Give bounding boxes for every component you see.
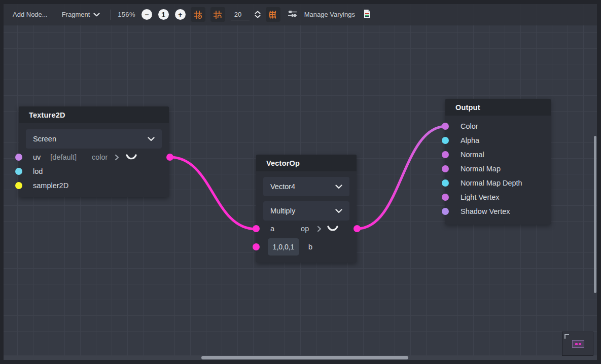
toolbar-separator [110,10,111,20]
port-row-uv: uv [default] color [19,152,169,163]
output-port-op[interactable] [353,225,361,232]
minimap-wire-mark [575,343,578,345]
operation-select[interactable]: Multiply [263,201,349,221]
port-row-light-vertex: Light Vertex [445,192,551,203]
zoom-out-button[interactable]: − [142,9,152,20]
uv-channel-label[interactable]: color [92,153,108,161]
uv-default-tag: [default] [50,153,77,161]
port-label-sampler2d: sampler2D [33,181,68,190]
node-texture2d-header[interactable]: Texture2D [19,106,169,123]
input-port-b[interactable] [253,243,260,250]
texture-source-select[interactable]: Screen [26,129,162,149]
vertical-scrollbar-thumb[interactable] [594,136,596,293]
wire-texture2d-to-vectorop[interactable] [170,157,256,229]
port-label-light-vertex: Light Vertex [461,193,500,201]
chevron-down-icon [255,15,261,18]
input-port-alpha[interactable] [442,137,449,144]
chevron-down-icon [335,209,342,213]
b-value-input[interactable]: 1,0,0,1 [268,238,299,256]
expand-swizzle-icon[interactable] [327,226,339,232]
port-label-uv: uv [33,153,41,161]
chevron-down-icon [93,13,100,17]
node-texture2d[interactable]: Texture2D Screen uv [default] color lod … [19,106,169,197]
zoom-reset-button[interactable]: 1 [158,9,169,20]
minimap[interactable] [562,332,593,356]
horizontal-scrollbar-track[interactable] [4,355,597,360]
input-port-sampler2d[interactable] [15,182,22,189]
manage-varyings-button[interactable]: Manage Varyings [304,11,355,18]
input-port-shadow-vertex[interactable] [442,208,449,215]
port-row-normal-map: Normal Map [445,163,551,174]
document-with-code-icon [363,9,371,19]
zoom-level-label: 156% [118,11,135,18]
input-port-a[interactable] [253,225,260,232]
mesh-preview-toggle[interactable] [266,7,280,22]
texture-source-value: Screen [33,135,56,143]
op-output-label: op [301,225,309,233]
chevron-down-icon [148,137,155,141]
grid-size-stepper[interactable] [255,11,261,18]
vector-type-select[interactable]: Vector4 [263,177,349,196]
shader-graph-window: Add Node... Fragment 156% − 1 + [0,0,601,364]
port-label-a: a [270,225,274,233]
zoom-in-button[interactable]: + [175,9,186,20]
port-row-b: 1,0,0,1 b [256,238,357,256]
input-port-lod[interactable] [15,168,22,175]
port-row-normal: Normal [445,149,551,160]
node-title: Texture2D [29,111,65,119]
port-label-normal-map-depth: Normal Map Depth [461,179,522,187]
operation-value: Multiply [270,207,295,215]
chevron-up-icon [255,11,261,14]
input-port-normal[interactable] [442,151,449,158]
port-row-alpha: Alpha [445,135,551,146]
shader-file-icon[interactable] [363,9,371,20]
port-label-normal-map: Normal Map [461,165,501,173]
port-row-shadow-vertex: Shadow Vertex [445,206,551,217]
grid-magnet-toggle[interactable] [210,7,225,22]
grid-size-input[interactable]: 20 [231,9,250,20]
input-port-color[interactable] [442,123,449,130]
port-row-a-op: a op [256,223,357,234]
chevron-right-icon[interactable] [115,154,119,161]
input-port-uv[interactable] [15,154,22,161]
horizontal-scrollbar-thumb[interactable] [201,356,408,359]
port-label-b: b [308,243,312,251]
node-title: VectorOp [266,159,300,167]
wire-vectorop-to-output[interactable] [357,126,446,229]
node-output[interactable]: Output Color Alpha Normal Normal Map Nor… [445,99,551,225]
chevron-down-icon [335,185,342,189]
node-title: Output [455,103,480,112]
toolbar: Add Node... Fragment 156% − 1 + [4,4,597,25]
input-port-light-vertex[interactable] [442,194,449,201]
port-label-alpha: Alpha [461,136,479,144]
port-row-normal-map-depth: Normal Map Depth [445,177,551,189]
port-row-lod: lod [19,166,169,177]
minimap-graph-thumbnail [572,340,584,348]
sliders-icon [288,10,297,18]
shader-stage-dropdown[interactable]: Fragment [58,8,104,21]
input-port-normal-map-depth[interactable] [442,179,449,187]
port-label-color: Color [461,122,478,130]
shader-stage-value: Fragment [62,11,90,18]
curved-mesh-icon [268,10,277,19]
vector-type-value: Vector4 [270,183,295,191]
node-vectorop-header[interactable]: VectorOp [256,155,357,171]
input-port-normal-map[interactable] [442,165,449,172]
port-label-lod: lod [33,167,43,175]
varyings-sliders-icon[interactable] [288,10,297,19]
grid-with-magnet-icon [213,10,222,19]
add-node-button[interactable]: Add Node... [13,11,48,18]
grid-snap-toggle[interactable] [191,7,205,22]
output-port-uv[interactable] [166,154,173,161]
graph-canvas[interactable]: Add Node... Fragment 156% − 1 + [4,4,597,360]
node-output-header[interactable]: Output [445,99,551,116]
chevron-right-icon[interactable] [317,226,322,232]
node-vectorop[interactable]: VectorOp Vector4 Multiply a op 1,0,0,1 b [256,155,357,263]
port-row-color: Color [445,121,551,132]
minimap-wire-mark [579,343,581,345]
port-label-normal: Normal [461,151,484,159]
expand-swizzle-icon[interactable] [125,154,137,160]
grid-with-knob-icon [193,10,202,19]
minimap-viewport-corner [564,334,569,339]
port-label-shadow-vertex: Shadow Vertex [461,207,510,215]
